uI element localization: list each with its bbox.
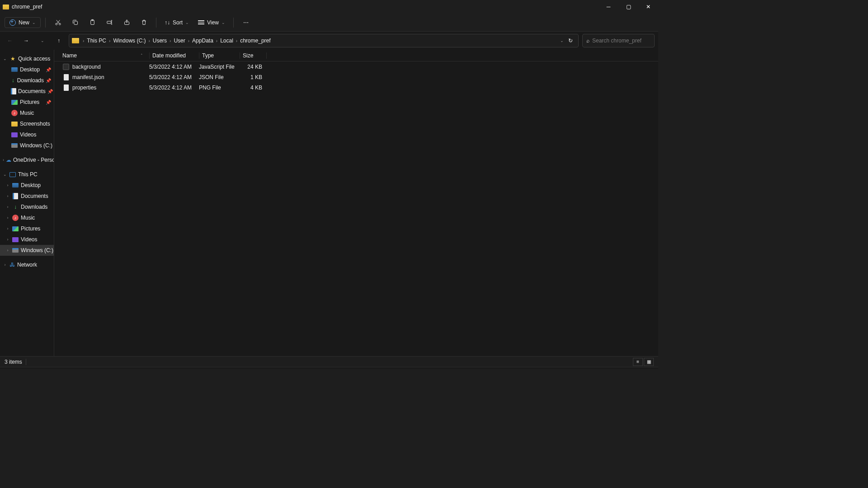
file-name: properties	[72, 84, 96, 91]
file-date: 5/3/2022 4:12 AM	[149, 74, 199, 80]
breadcrumb-item[interactable]: User	[172, 38, 187, 44]
nav-label: Quick access	[18, 56, 50, 62]
nav-windows-c[interactable]: Windows (C:)	[0, 140, 54, 151]
nav-label: Windows (C:)	[21, 247, 53, 253]
file-row[interactable]: properties 5/3/2022 4:12 AM PNG File 4 K…	[54, 82, 658, 93]
maximize-button[interactable]: ▢	[618, 0, 638, 14]
chevron-right-icon[interactable]: ›	[5, 205, 10, 209]
nav-network[interactable]: › 🖧 Network	[0, 259, 54, 270]
file-row[interactable]: background 5/3/2022 4:12 AM JavaScript F…	[54, 61, 658, 72]
chevron-down-icon[interactable]: ⌄	[560, 38, 564, 43]
file-type: JSON File	[199, 74, 240, 80]
chevron-right-icon[interactable]: ›	[5, 216, 10, 220]
nav-label: Downloads	[21, 204, 47, 210]
close-button[interactable]: ✕	[638, 0, 658, 14]
chevron-right-icon[interactable]: ›	[3, 263, 7, 267]
recent-button[interactable]: ⌄	[36, 34, 49, 47]
chevron-down-icon: ⌄	[185, 20, 189, 25]
nav-downloads[interactable]: ↓ Downloads 📌	[0, 75, 54, 86]
nav-pc-downloads[interactable]: › ↓ Downloads	[0, 202, 54, 212]
new-label: New	[19, 19, 29, 26]
column-name[interactable]: Name˄	[62, 52, 149, 59]
back-button[interactable]: ←	[4, 34, 16, 47]
breadcrumb-item[interactable]: AppData	[190, 38, 215, 44]
sort-label: Sort	[173, 19, 183, 26]
chevron-right-icon[interactable]: ›	[5, 237, 10, 242]
breadcrumb[interactable]: › This PC › Windows (C:) › Users › User …	[69, 34, 579, 47]
breadcrumb-item[interactable]: Windows (C:)	[111, 38, 147, 44]
chevron-down-icon[interactable]: ⌄	[3, 56, 7, 61]
nav-videos[interactable]: Videos	[0, 129, 54, 140]
nav-label: Network	[17, 262, 37, 268]
more-button[interactable]: ⋯	[238, 15, 254, 30]
chevron-right-icon[interactable]: ›	[3, 158, 4, 162]
chevron-right-icon: ›	[108, 38, 111, 43]
file-name: background	[72, 64, 101, 70]
nav-pc-music[interactable]: › ♪ Music	[0, 212, 54, 223]
breadcrumb-item[interactable]: chrome_pref	[238, 38, 272, 44]
copy-button[interactable]	[67, 15, 83, 30]
file-name: manifest.json	[72, 74, 104, 80]
nav-this-pc[interactable]: ⌄ This PC	[0, 169, 54, 180]
desktop-icon	[11, 67, 18, 72]
nav-music[interactable]: ♪ Music	[0, 108, 54, 118]
nav-pictures[interactable]: Pictures 📌	[0, 97, 54, 108]
music-icon: ♪	[11, 110, 18, 116]
file-row[interactable]: manifest.json 5/3/2022 4:12 AM JSON File…	[54, 72, 658, 82]
nav-pc-windows-c[interactable]: › Windows (C:)	[0, 245, 54, 256]
folder-icon	[11, 122, 18, 127]
column-date[interactable]: Date modified	[149, 52, 199, 59]
details-view-button[interactable]: ≡	[633, 358, 643, 366]
thumbnails-view-button[interactable]: ▦	[644, 358, 654, 366]
pictures-icon	[12, 226, 19, 231]
chevron-right-icon[interactable]: ›	[5, 248, 10, 253]
network-icon: 🖧	[9, 263, 15, 267]
nav-pc-videos[interactable]: › Videos	[0, 234, 54, 245]
chevron-right-icon[interactable]: ›	[5, 194, 10, 198]
chevron-right-icon: ›	[235, 38, 238, 43]
taskbar: 54°F Cloudy G 2 ◉ ✓ ◉ ˄ ⌨ 🔊 12:50 AM 5/3…	[0, 367, 658, 369]
breadcrumb-item[interactable]: This PC	[85, 38, 108, 44]
sort-button[interactable]: ↑↓ Sort ⌄	[161, 18, 193, 28]
share-button[interactable]	[119, 15, 134, 30]
delete-button[interactable]	[136, 15, 151, 30]
nav-documents[interactable]: Documents 📌	[0, 86, 54, 97]
file-date: 5/3/2022 4:12 AM	[149, 84, 199, 91]
nav-pc-pictures[interactable]: › Pictures	[0, 223, 54, 234]
chevron-right-icon[interactable]: ›	[5, 226, 10, 231]
videos-icon	[11, 132, 18, 137]
nav-label: Screenshots	[20, 121, 50, 127]
forward-button[interactable]: →	[20, 34, 33, 47]
sort-icon: ↑↓	[165, 19, 170, 26]
paste-button[interactable]	[85, 15, 100, 30]
nav-quick-access[interactable]: ⌄ ★ Quick access	[0, 53, 54, 64]
breadcrumb-item[interactable]: Local	[218, 38, 235, 44]
new-button[interactable]: New ⌄	[5, 17, 41, 28]
navigation-pane: ⌄ ★ Quick access Desktop 📌 ↓ Downloads 📌…	[0, 50, 54, 356]
png-file-icon	[64, 84, 69, 91]
rename-button[interactable]	[102, 15, 117, 30]
file-size: 4 KB	[240, 84, 267, 91]
nav-onedrive[interactable]: › ☁ OneDrive - Personal	[0, 155, 54, 165]
nav-pc-documents[interactable]: › Documents	[0, 191, 54, 202]
nav-desktop[interactable]: Desktop 📌	[0, 64, 54, 75]
nav-label: Documents	[18, 88, 46, 94]
view-button[interactable]: View ⌄	[194, 18, 229, 28]
minimize-button[interactable]: ─	[599, 0, 618, 14]
chevron-down-icon[interactable]: ⌄	[3, 172, 7, 177]
breadcrumb-item[interactable]: Users	[151, 38, 169, 44]
refresh-button[interactable]: ↻	[568, 38, 573, 44]
cut-button[interactable]	[50, 15, 66, 30]
chevron-right-icon[interactable]: ›	[5, 183, 10, 188]
up-button[interactable]: ↑	[52, 34, 65, 47]
file-type: JavaScript File	[199, 64, 240, 70]
nav-screenshots[interactable]: Screenshots	[0, 118, 54, 129]
nav-label: This PC	[18, 171, 38, 178]
column-type[interactable]: Type	[199, 52, 240, 59]
nav-pc-desktop[interactable]: › Desktop	[0, 180, 54, 191]
column-size[interactable]: Size	[240, 52, 267, 59]
chevron-right-icon: ›	[187, 38, 190, 43]
search-input[interactable]	[592, 38, 651, 44]
search-box[interactable]: ⌕	[582, 34, 655, 47]
chevron-right-icon: ›	[147, 38, 151, 43]
